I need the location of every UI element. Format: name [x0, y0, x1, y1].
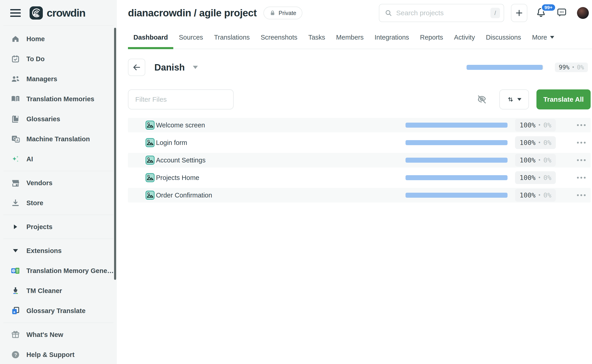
sidebar-item-ai[interactable]: AI [0, 149, 117, 169]
tab-reports[interactable]: Reports [415, 26, 449, 49]
store-download-icon [11, 199, 20, 207]
sidebar-item-extensions[interactable]: Extensions [0, 241, 117, 261]
hamburger-menu-icon[interactable] [10, 8, 21, 18]
tab-screenshots[interactable]: Screenshots [255, 26, 303, 49]
chevron-down-icon [517, 98, 521, 101]
sidebar-divider [3, 323, 113, 323]
notifications-count-badge: 99+ [541, 3, 556, 12]
sidebar-divider [3, 171, 113, 171]
language-dropdown-icon[interactable] [193, 66, 198, 69]
file-menu-ellipsis[interactable] [575, 135, 588, 150]
file-menu-ellipsis[interactable] [575, 188, 588, 202]
file-progress-bar [406, 140, 507, 145]
tab-activity[interactable]: Activity [449, 26, 480, 49]
translate-all-button[interactable]: Translate All [536, 89, 591, 110]
tab-members[interactable]: Members [331, 26, 369, 49]
search-box[interactable]: / [379, 4, 504, 22]
chevron-down-icon [11, 249, 20, 252]
sidebar-item-label: Glossaries [27, 115, 60, 123]
sidebar-item-machine-translation[interactable]: GA Machine Translation [0, 129, 117, 149]
file-row-projects-home[interactable]: Projects Home 100% • 0% [128, 170, 591, 185]
crowdin-logo[interactable]: crowdin [30, 6, 85, 20]
file-name: Order Confirmation [156, 192, 212, 199]
privacy-badge: Private [263, 6, 302, 19]
file-percent-badge: 100% • 0% [515, 171, 556, 184]
file-percent-badge: 100% • 0% [515, 136, 556, 149]
user-avatar[interactable] [577, 7, 589, 19]
ai-sparkles-icon [11, 155, 20, 163]
tab-sources[interactable]: Sources [173, 26, 208, 49]
image-file-icon [145, 190, 155, 201]
storefront-icon [11, 179, 20, 187]
percent-separator: • [538, 140, 541, 145]
image-file-icon [145, 155, 155, 166]
file-row-order-confirmation[interactable]: Order Confirmation 100% • 0% [128, 188, 591, 202]
file-list: Welcome screen 100% • 0% Login form 100%… [128, 118, 591, 202]
language-progress-fill [466, 65, 543, 70]
glossary-translate-icon: a [11, 306, 20, 315]
sidebar-item-label: AI [27, 155, 33, 163]
sidebar-header: crowdin [0, 0, 117, 26]
tab-more-label: More [532, 34, 547, 41]
filter-files-input[interactable] [128, 89, 234, 110]
file-progress-bar [406, 193, 507, 198]
glossary-book-icon [11, 115, 20, 123]
sidebar-item-help-support[interactable]: ? Help & Support [0, 345, 117, 364]
tab-integrations[interactable]: Integrations [369, 26, 415, 49]
sidebar-item-label: Translation Memory Gene… [27, 267, 114, 275]
sidebar-item-todo[interactable]: To Do [0, 49, 117, 69]
file-menu-ellipsis[interactable] [575, 118, 588, 132]
sidebar-item-home[interactable]: Home [0, 29, 117, 49]
sidebar-item-tm-generator[interactable]: Translation Memory Gene… [0, 261, 117, 281]
sidebar-scrollbar[interactable] [114, 28, 116, 280]
svg-text:a: a [13, 310, 15, 314]
sidebar-item-label: Extensions [27, 247, 62, 254]
sidebar-item-glossary-translate[interactable]: a Glossary Translate [0, 301, 117, 321]
file-menu-ellipsis[interactable] [575, 153, 588, 168]
file-progress-bar [406, 123, 507, 128]
sidebar-item-label: What's New [27, 331, 63, 338]
sidebar-item-label: To Do [27, 55, 45, 63]
search-input[interactable] [396, 9, 486, 17]
tab-translations[interactable]: Translations [209, 26, 255, 49]
tab-discussions[interactable]: Discussions [480, 26, 527, 49]
hide-completed-button[interactable] [477, 94, 487, 104]
app-window: crowdin Home To Do Managers [0, 0, 592, 364]
messages-button[interactable] [557, 7, 567, 19]
chevron-down-icon [550, 36, 554, 39]
sidebar-item-tm-cleaner[interactable]: TM Cleaner [0, 281, 117, 301]
svg-text:?: ? [14, 352, 17, 358]
sidebar-item-store[interactable]: Store [0, 193, 117, 213]
file-row-welcome-screen[interactable]: Welcome screen 100% • 0% [128, 118, 591, 132]
back-button[interactable] [128, 59, 145, 76]
arrow-left-icon [132, 63, 141, 72]
file-menu-ellipsis[interactable] [575, 170, 588, 185]
file-percent-badge: 100% • 0% [515, 189, 556, 202]
sidebar-item-label: Help & Support [27, 351, 74, 358]
language-name: Danish [154, 62, 185, 72]
tab-tasks[interactable]: Tasks [303, 26, 331, 49]
search-icon [385, 9, 392, 17]
topbar: dianacrowdin / agile project Private / 9… [117, 0, 592, 26]
sidebar-item-whats-new[interactable]: What's New [0, 325, 117, 345]
sort-button[interactable] [499, 89, 529, 110]
sidebar-item-glossaries[interactable]: Glossaries [0, 109, 117, 129]
tab-more[interactable]: More [527, 26, 560, 49]
sidebar-item-label: Managers [27, 75, 57, 83]
create-project-button[interactable] [511, 4, 527, 22]
sidebar-item-label: TM Cleaner [27, 287, 62, 295]
todo-calendar-icon [11, 55, 20, 63]
sidebar-item-vendors[interactable]: Vendors [0, 173, 117, 193]
gift-icon [11, 330, 20, 339]
file-row-account-settings[interactable]: Account Settings 100% • 0% [128, 153, 591, 168]
sidebar-item-managers[interactable]: Managers [0, 69, 117, 89]
approved-percent: 0% [577, 64, 584, 71]
sidebar-item-label: Glossary Translate [27, 307, 86, 315]
sidebar-item-projects[interactable]: Projects [0, 217, 117, 237]
notifications-button[interactable]: 99+ [536, 7, 546, 19]
sidebar-item-translation-memories[interactable]: Translation Memories [0, 89, 117, 109]
file-row-login-form[interactable]: Login form 100% • 0% [128, 135, 591, 150]
sidebar: crowdin Home To Do Managers [0, 0, 117, 364]
tab-dashboard[interactable]: Dashboard [128, 26, 173, 49]
file-percent-badge: 100% • 0% [515, 154, 556, 167]
